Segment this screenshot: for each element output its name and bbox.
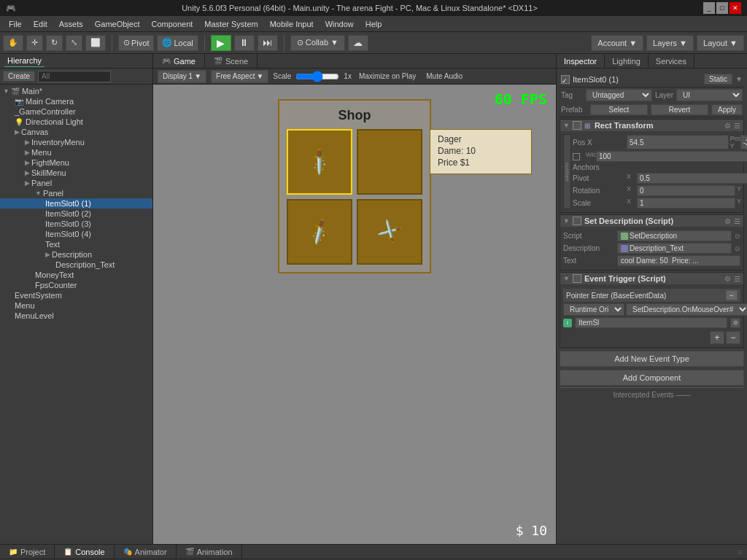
add-component-button[interactable]: Add Component bbox=[560, 370, 744, 386]
menu-window[interactable]: Window bbox=[320, 18, 360, 30]
hierarchy-item-itemslot1[interactable]: ItemSlot0 (1) bbox=[0, 198, 152, 209]
menu-gameobject[interactable]: GameObject bbox=[89, 18, 146, 30]
runtime-select[interactable]: Runtime Ori bbox=[563, 303, 624, 316]
hierarchy-item-canvas[interactable]: ▶ Canvas bbox=[0, 127, 152, 137]
rotate-tool-button[interactable]: ↻ bbox=[46, 35, 63, 51]
menu-mastersystem[interactable]: Master System bbox=[198, 18, 263, 30]
hierarchy-item-skillmenu[interactable]: ▶ SkillMenu bbox=[0, 168, 152, 178]
scale-tool-button[interactable]: ⤡ bbox=[66, 35, 82, 51]
menu-edit[interactable]: Edit bbox=[28, 18, 53, 30]
hierarchy-item-inventorymenu[interactable]: ▶ InventoryMenu bbox=[0, 137, 152, 147]
scalex-field[interactable] bbox=[637, 198, 735, 209]
object-picker-button[interactable]: ⊙ bbox=[730, 318, 740, 328]
hierarchy-item-panel1[interactable]: ▶ Panel bbox=[0, 178, 152, 188]
project-tab[interactable]: 📁 Project bbox=[0, 545, 55, 559]
menu-mobileinput[interactable]: Mobile Input bbox=[264, 18, 320, 30]
shop-slot-3[interactable]: 🗡️ bbox=[287, 199, 352, 265]
shop-slot-1[interactable]: 🗡️ bbox=[287, 129, 352, 195]
hierarchy-item-menulevel[interactable]: MenuLevel bbox=[0, 311, 152, 321]
menu-assets[interactable]: Assets bbox=[53, 18, 89, 30]
display-button[interactable]: Display 1 ▼ bbox=[158, 70, 206, 83]
maximize-on-play[interactable]: Maximize on Play bbox=[356, 71, 419, 81]
component-checkbox[interactable] bbox=[573, 121, 581, 130]
local-button[interactable]: 🌐 Local bbox=[157, 35, 198, 51]
pivotx-field[interactable] bbox=[637, 173, 747, 184]
aspect-button[interactable]: Free Aspect ▼ bbox=[211, 70, 268, 83]
create-button[interactable]: Create bbox=[3, 71, 35, 82]
menu-file[interactable]: File bbox=[3, 18, 28, 30]
game-tab[interactable]: 🎮 Game bbox=[153, 54, 205, 68]
lighting-tab[interactable]: Lighting bbox=[605, 54, 649, 68]
move-tool-button[interactable]: ✛ bbox=[26, 35, 43, 51]
collab-button[interactable]: ⊙ Collab ▼ bbox=[290, 35, 345, 51]
mute-audio[interactable]: Mute Audio bbox=[423, 71, 465, 81]
animator-tab[interactable]: 🎭 Animator bbox=[115, 545, 177, 559]
set-description-header[interactable]: ▼ Set Description (Script) ⚙ ☰ bbox=[560, 215, 743, 227]
rect-transform-header[interactable]: ▼ ⊞ Rect Transform ⚙ ☰ bbox=[560, 120, 743, 131]
static-button[interactable]: Static bbox=[704, 74, 732, 85]
maximize-button[interactable]: □ bbox=[716, 2, 728, 14]
hierarchy-item-panel2[interactable]: ▼ Panel bbox=[0, 188, 152, 198]
pivot-button[interactable]: ⊙ Pivot bbox=[118, 35, 154, 51]
remove-event-button[interactable]: − bbox=[726, 290, 738, 300]
handler-select[interactable]: SetDescription.OnMouseOver# bbox=[626, 303, 747, 316]
rect-tool-button[interactable]: ⬜ bbox=[85, 35, 106, 51]
services-tab[interactable]: Services bbox=[649, 54, 694, 68]
hierarchy-item-text[interactable]: Text bbox=[0, 239, 152, 249]
rotx-field[interactable] bbox=[637, 185, 735, 196]
hierarchy-item-fpscounter[interactable]: FpsCounter bbox=[0, 280, 152, 290]
remove-event-entry-button[interactable]: − bbox=[726, 331, 740, 344]
hierarchy-item-main[interactable]: ▼ 🎬 Main* bbox=[0, 86, 152, 96]
shop-slot-4[interactable]: ⚔️ bbox=[357, 199, 422, 265]
component-checkbox[interactable] bbox=[573, 217, 581, 225]
revert-button[interactable]: Revert bbox=[651, 104, 708, 115]
apply-button[interactable]: Apply bbox=[711, 104, 743, 115]
script-picker-icon[interactable]: ⊙ bbox=[735, 233, 740, 240]
hierarchy-item-gamecontroller[interactable]: _GameController bbox=[0, 106, 152, 117]
hierarchy-item-eventsystem[interactable]: EventSystem bbox=[0, 290, 152, 300]
gear-icon[interactable]: ⚙ bbox=[724, 217, 731, 225]
hierarchy-item-moneytext[interactable]: MoneyText bbox=[0, 270, 152, 280]
cloud-button[interactable]: ☁ bbox=[348, 35, 368, 51]
hierarchy-item-itemslot3[interactable]: ItemSlot0 (3) bbox=[0, 219, 152, 229]
add-new-event-button[interactable]: Add New Event Type bbox=[560, 351, 744, 367]
menu-component[interactable]: Component bbox=[145, 18, 198, 30]
hierarchy-item-itemslot4[interactable]: ItemSlot0 (4) bbox=[0, 229, 152, 239]
event-trigger-header[interactable]: ▼ Event Trigger (Script) ⚙ ☰ bbox=[560, 273, 743, 284]
posy-field[interactable] bbox=[740, 135, 747, 149]
pause-button[interactable]: ⏸ bbox=[234, 35, 255, 51]
panel-drag-handle[interactable]: ≡ bbox=[734, 545, 747, 559]
active-checkbox[interactable] bbox=[561, 75, 570, 84]
console-tab[interactable]: 📋 Console bbox=[55, 545, 114, 559]
hierarchy-item-description[interactable]: ▶ Description bbox=[0, 249, 152, 260]
hierarchy-item-menu2[interactable]: ▶ Menu bbox=[0, 147, 152, 158]
component-checkbox[interactable] bbox=[573, 274, 581, 283]
hierarchy-item-itemslot2[interactable]: ItemSlot0 (2) bbox=[0, 209, 152, 219]
play-button[interactable]: ▶ bbox=[211, 35, 231, 51]
scene-tab[interactable]: 🎬 Scene bbox=[205, 54, 258, 68]
desc-picker-icon[interactable]: ⊙ bbox=[735, 245, 740, 252]
settings-icon[interactable]: ☰ bbox=[734, 275, 740, 283]
tag-select[interactable]: Untagged bbox=[586, 89, 652, 101]
account-button[interactable]: Account ▼ bbox=[591, 35, 643, 51]
inspector-tab[interactable]: Inspector bbox=[557, 54, 605, 68]
close-button[interactable]: ✕ bbox=[729, 2, 741, 14]
hierarchy-item-fightmenu[interactable]: ▶ FightMenu bbox=[0, 158, 152, 168]
add-event-entry-button[interactable]: + bbox=[710, 331, 724, 344]
layer-select[interactable]: UI bbox=[676, 89, 743, 101]
gear-icon[interactable]: ⚙ bbox=[724, 122, 731, 130]
hierarchy-item-menu[interactable]: Menu bbox=[0, 300, 152, 311]
layout-button[interactable]: Layout ▼ bbox=[697, 35, 744, 51]
minimize-button[interactable]: _ bbox=[703, 2, 715, 14]
hierarchy-tab[interactable]: Hierarchy bbox=[4, 55, 44, 67]
select-button[interactable]: Select bbox=[590, 104, 648, 115]
shop-slot-2[interactable] bbox=[357, 129, 422, 195]
hierarchy-item-maincamera[interactable]: 📷 Main Camera bbox=[0, 96, 152, 106]
settings-icon[interactable]: ☰ bbox=[734, 122, 740, 130]
hierarchy-item-descriptiontext[interactable]: Description_Text bbox=[0, 260, 152, 270]
animation-tab[interactable]: 🎬 Animation bbox=[177, 545, 242, 559]
settings-icon[interactable]: ☰ bbox=[734, 217, 740, 225]
hand-tool-button[interactable]: ✋ bbox=[3, 35, 23, 51]
posx-field[interactable] bbox=[627, 135, 729, 149]
layers-button[interactable]: Layers ▼ bbox=[646, 35, 694, 51]
